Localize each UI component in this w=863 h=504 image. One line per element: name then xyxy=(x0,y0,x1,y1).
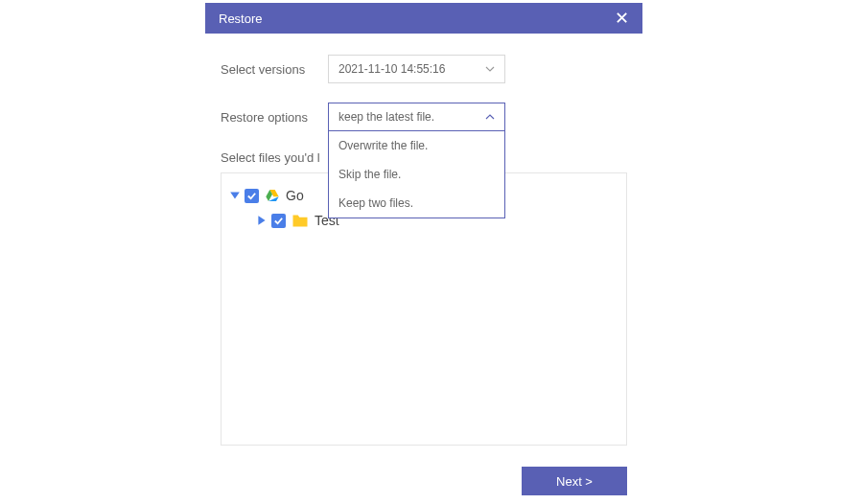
caret-down-icon[interactable] xyxy=(229,190,241,201)
next-button[interactable]: Next > xyxy=(522,467,627,495)
dropdown-option[interactable]: Keep two files. xyxy=(329,189,504,218)
versions-row: Select versions 2021-11-10 14:55:16 xyxy=(221,55,627,83)
restore-options-value: keep the latest file. xyxy=(338,110,434,124)
chevron-down-icon xyxy=(485,64,495,74)
restore-options-select[interactable]: keep the latest file. Overwrite the file… xyxy=(328,103,505,131)
versions-select[interactable]: 2021-11-10 14:55:16 xyxy=(328,55,505,83)
restore-options-row: Restore options keep the latest file. Ov… xyxy=(221,103,627,131)
versions-label: Select versions xyxy=(221,62,328,77)
checkbox[interactable] xyxy=(245,189,259,203)
restore-dialog: Restore ✕ Select versions 2021-11-10 14:… xyxy=(205,3,642,495)
checkbox[interactable] xyxy=(271,214,286,228)
dialog-header: Restore ✕ xyxy=(205,3,642,34)
dialog-body: Select versions 2021-11-10 14:55:16 Rest… xyxy=(205,34,642,455)
restore-options-dropdown: Overwrite the file. Skip the file. Keep … xyxy=(328,131,505,218)
caret-right-icon[interactable] xyxy=(256,215,268,226)
dialog-footer: Next > xyxy=(205,455,642,495)
restore-options-label: Restore options xyxy=(221,110,328,125)
tree-node-label: Go xyxy=(286,188,304,203)
dropdown-option[interactable]: Overwrite the file. xyxy=(329,131,504,160)
folder-icon xyxy=(292,214,309,228)
close-icon[interactable]: ✕ xyxy=(615,8,629,29)
google-drive-icon xyxy=(265,188,280,203)
dropdown-option[interactable]: Skip the file. xyxy=(329,160,504,189)
versions-value: 2021-11-10 14:55:16 xyxy=(338,62,445,76)
chevron-up-icon xyxy=(485,112,495,122)
dialog-title: Restore xyxy=(219,11,263,26)
